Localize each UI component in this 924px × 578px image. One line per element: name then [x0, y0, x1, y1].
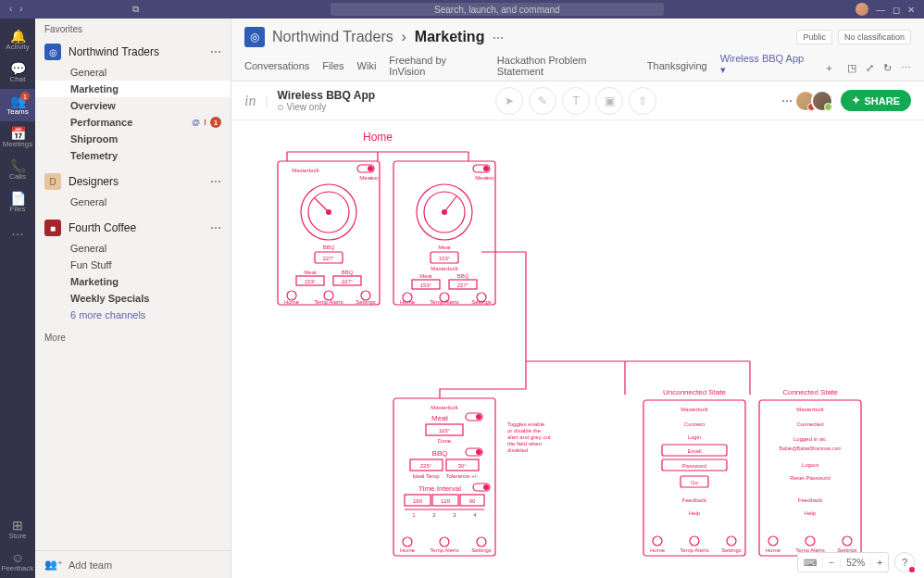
team-more-icon[interactable]: ⋯	[210, 175, 221, 188]
people-add-icon: 👥⁺	[44, 559, 63, 571]
rail-more[interactable]: …	[0, 219, 35, 243]
team-more-icon[interactable]: ⋯	[210, 45, 221, 58]
tab-files[interactable]: Files	[322, 60, 343, 77]
tab-thanksgiving[interactable]: Thanksgiving	[647, 60, 707, 77]
team-designers[interactable]: D Designers ⋯	[35, 170, 231, 194]
document-title: Wireless BBQ App	[278, 89, 375, 102]
svg-text:227°: 227°	[323, 256, 335, 261]
rail-meetings[interactable]: 📅Meetings	[0, 121, 35, 154]
svg-text:Temp Alerts: Temp Alerts	[430, 299, 458, 305]
tab-bar: Conversations Files Wiki Freehand by InV…	[231, 56, 924, 82]
svg-text:120: 120	[441, 498, 451, 504]
svg-text:Logout: Logout	[802, 462, 819, 468]
tool-text[interactable]: T	[562, 87, 590, 115]
tab-hackathon[interactable]: Hackathon Problem Statement	[497, 55, 634, 82]
svg-text:Masterbuilt: Masterbuilt	[681, 407, 708, 412]
rail-store[interactable]: ⊞Store	[0, 513, 35, 546]
channel-performance[interactable]: Performance @!1	[35, 114, 231, 131]
team-icon: ■	[44, 220, 61, 236]
channel-shiproom[interactable]: Shiproom	[35, 131, 231, 147]
alert-icon: !	[204, 118, 206, 127]
svg-text:Settings: Settings	[471, 299, 492, 305]
svg-text:BBQ: BBQ	[323, 245, 335, 250]
tab-wiki[interactable]: Wiki	[357, 60, 377, 77]
calendar-icon: 📅	[10, 127, 26, 140]
count-badge: 1	[210, 117, 221, 128]
channel-fun-stuff[interactable]: Fun Stuff	[35, 257, 231, 273]
svg-text:2: 2	[432, 512, 436, 518]
svg-text:Babak@BabakShammas.com: Babak@BabakShammas.com	[780, 446, 842, 451]
refresh-icon[interactable]: ↻	[883, 62, 892, 74]
team-icon: ◎	[44, 44, 61, 60]
svg-text:Time Interval: Time Interval	[418, 484, 461, 493]
svg-point-83	[477, 537, 486, 547]
tab-wireless-bbq[interactable]: Wireless BBQ App ▾	[720, 53, 811, 83]
help-button[interactable]: ?	[894, 552, 915, 572]
tab-freehand[interactable]: Freehand by InVision	[389, 55, 484, 82]
svg-text:Masterbuilt: Masterbuilt	[431, 405, 458, 410]
presence-avatars[interactable]	[800, 90, 833, 112]
channel-general[interactable]: General	[35, 194, 231, 210]
svg-point-115	[768, 536, 778, 546]
rail-files[interactable]: 📄Files	[0, 186, 35, 219]
svg-text:Logged in as:: Logged in as:	[793, 436, 827, 442]
channel-more[interactable]: 6 more channels	[35, 307, 231, 323]
rail-chat[interactable]: 💬Chat	[0, 57, 35, 89]
new-window-icon[interactable]: ⧉	[132, 4, 139, 15]
share-button[interactable]: ✦ SHARE	[841, 90, 911, 111]
tool-image[interactable]: ▣	[595, 87, 623, 115]
channel-marketing[interactable]: Marketing	[35, 81, 231, 97]
breadcrumb: Northwind Traders › Marketing ⋯	[272, 29, 504, 45]
channel-overview[interactable]: Overview	[35, 97, 231, 114]
zoom-control: ⌨ − 52% +	[797, 552, 889, 572]
team-more-icon[interactable]: ⋯	[210, 221, 221, 234]
svg-point-99	[653, 536, 662, 546]
svg-text:Meat: Meat	[419, 273, 432, 279]
user-avatar[interactable]	[855, 3, 868, 16]
svg-text:BBQ: BBQ	[457, 273, 469, 279]
svg-text:Home: Home	[363, 131, 393, 144]
channel-general[interactable]: General	[35, 64, 231, 81]
tab-add-icon[interactable]: ＋	[824, 61, 834, 75]
tab-more-icon[interactable]: ⋯	[901, 62, 911, 74]
window-maximize-icon[interactable]: ◻	[893, 5, 900, 15]
channel-marketing[interactable]: Marketing	[35, 273, 231, 290]
zoom-in-button[interactable]: +	[871, 558, 888, 568]
rail-activity[interactable]: 🔔Activity	[0, 24, 35, 57]
nav-forward-icon[interactable]: ›	[19, 4, 22, 15]
rail-teams[interactable]: 1👥Teams	[0, 89, 35, 121]
tool-pencil[interactable]: ✎	[529, 87, 556, 115]
expand-chat-icon[interactable]: ◳	[847, 62, 856, 74]
channel-more-icon[interactable]: ⋯	[493, 31, 504, 44]
window-minimize-icon[interactable]: —	[876, 5, 885, 15]
tool-upload[interactable]: ⇧	[629, 87, 656, 115]
channel-telemetry[interactable]: Telemetry	[35, 147, 231, 164]
add-team-button[interactable]: 👥⁺ Add team	[35, 550, 231, 578]
public-pill: Public	[796, 30, 832, 44]
zoom-out-button[interactable]: −	[823, 558, 841, 568]
tool-pointer[interactable]: ➤	[495, 87, 523, 115]
fullscreen-icon[interactable]: ⤢	[866, 62, 874, 74]
svg-text:227°: 227°	[342, 279, 354, 284]
team-northwind[interactable]: ◎ Northwind Traders ⋯	[35, 40, 231, 64]
tab-conversations[interactable]: Conversations	[244, 60, 309, 77]
keyboard-icon[interactable]: ⌨	[798, 558, 823, 568]
search-input[interactable]: Search, launch, and command	[331, 3, 664, 16]
more-header[interactable]: More	[35, 327, 231, 348]
svg-text:Masterbuilt: Masterbuilt	[796, 407, 824, 412]
svg-text:Meat: Meat	[438, 245, 451, 250]
channel-general[interactable]: General	[35, 240, 231, 257]
team-fourth-coffee[interactable]: ■ Fourth Coffee ⋯	[35, 216, 231, 240]
svg-point-101	[690, 536, 699, 546]
rail-calls[interactable]: 📞Calls	[0, 154, 35, 186]
channel-weekly-specials[interactable]: Weekly Specials	[35, 290, 231, 307]
invision-more-icon[interactable]: ⋯	[781, 94, 793, 107]
freehand-canvas[interactable]: Home Masterbuilt MeatBBQ BBQ 227°	[231, 120, 924, 578]
nav-back-icon[interactable]: ‹	[9, 4, 12, 15]
svg-text:Temp Alerts: Temp Alerts	[680, 547, 708, 553]
window-close-icon[interactable]: ✕	[907, 5, 915, 15]
rail-feedback[interactable]: ☺Feedback	[0, 546, 35, 578]
svg-text:1: 1	[412, 512, 416, 518]
svg-text:Temp Alerts: Temp Alerts	[314, 299, 343, 305]
phone-icon: 📞	[10, 159, 26, 172]
